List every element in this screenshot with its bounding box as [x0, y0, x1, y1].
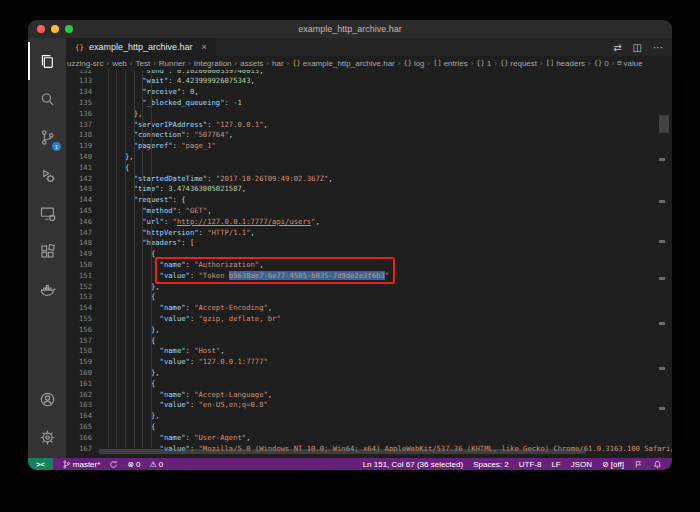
- breadcrumb-separator-icon: ›: [428, 59, 431, 68]
- open-changes-icon[interactable]: ⇄: [613, 42, 621, 53]
- line-number: 163: [66, 400, 92, 411]
- breadcrumb-item-example-http-archive-har[interactable]: {}example_http_archive.har: [292, 59, 395, 68]
- status-label: UTF-8: [519, 460, 542, 469]
- window-title: example_http_archive.har: [298, 24, 402, 34]
- breadcrumb-item-log[interactable]: {}log: [403, 59, 424, 68]
- line-number: 162: [66, 390, 92, 401]
- breadcrumb-label: 1: [487, 59, 491, 68]
- status-label: LF: [551, 460, 560, 469]
- status-screencast-off[interactable]: ⊘[off]: [602, 460, 624, 469]
- status-label: [off]: [611, 460, 624, 469]
- status-feedback[interactable]: [634, 460, 643, 469]
- indent-guide: [142, 70, 143, 448]
- horizontal-scrollbar[interactable]: [99, 449, 586, 454]
- breadcrumb-item-assets[interactable]: assets: [240, 59, 263, 68]
- line-number: 139: [66, 141, 92, 152]
- line-number: 137: [66, 120, 92, 131]
- breadcrumb-item-value[interactable]: ⊟value: [617, 59, 642, 68]
- breadcrumb-label: har: [272, 59, 284, 68]
- activity-remote-explorer-icon[interactable]: [28, 194, 66, 232]
- vscode-window: example_http_archive.har 1 {} example_ht…: [28, 20, 672, 470]
- overview-ruler-mark: [659, 367, 665, 370]
- vertical-scrollbar[interactable]: [659, 115, 669, 133]
- code-line-156: 156 },: [66, 325, 672, 336]
- code-line-153: 153 {: [66, 292, 672, 303]
- close-tab-icon[interactable]: ×: [202, 42, 207, 52]
- code-line-165: 165 {: [66, 422, 672, 433]
- bell-icon: [653, 460, 662, 469]
- activity-files-icon[interactable]: [28, 42, 66, 80]
- activity-search-icon[interactable]: [28, 80, 66, 118]
- code-line-134: 134 "receive": 0,: [66, 87, 672, 98]
- line-number: 166: [66, 433, 92, 444]
- breadcrumb-separator-icon: ›: [153, 59, 156, 68]
- breadcrumb-item-request[interactable]: {}request: [500, 59, 537, 68]
- code-line-140: 140 },: [66, 152, 672, 163]
- sync-icon: [109, 460, 118, 469]
- line-number: 167: [66, 444, 92, 453]
- json-file-icon: {}: [292, 59, 300, 67]
- activity-settings-gear-icon[interactable]: [28, 418, 66, 456]
- code-line-147: 147 "httpVersion": "HTTP/1.1",: [66, 228, 672, 239]
- status-sync[interactable]: [109, 460, 118, 469]
- symbol-icon: {}: [403, 59, 411, 67]
- status-bar: >< master*⊗0⚠0 Ln 151, Col 67 (36 select…: [28, 458, 672, 470]
- code-line-141: 141 {: [66, 163, 672, 174]
- line-number: 143: [66, 184, 92, 195]
- line-number: 148: [66, 238, 92, 249]
- overview-ruler-mark: [659, 240, 665, 243]
- status-encoding[interactable]: UTF-8: [519, 460, 542, 469]
- status-errors[interactable]: ⊗0: [127, 460, 140, 469]
- activity-extensions-icon[interactable]: [28, 232, 66, 270]
- breadcrumb-item-runner[interactable]: Runner: [159, 59, 185, 68]
- breadcrumb-item-0[interactable]: {}0: [594, 59, 609, 68]
- breadcrumb-item-web[interactable]: web: [112, 59, 127, 68]
- traffic-lights: [37, 25, 73, 33]
- status-warnings[interactable]: ⚠0: [149, 460, 163, 469]
- breadcrumb-item-1[interactable]: {}1: [476, 59, 491, 68]
- split-editor-icon[interactable]: ◫: [633, 42, 642, 53]
- activity-source-control-icon[interactable]: 1: [28, 118, 66, 156]
- code-line-143: 143 "time": 3.474363005021587,: [66, 184, 672, 195]
- breadcrumb-item-uzzing-src[interactable]: uzzing-src: [67, 59, 103, 68]
- line-number: 160: [66, 368, 92, 379]
- overview-ruler-mark: [659, 322, 665, 325]
- breadcrumb-label: example_http_archive.har: [303, 59, 395, 68]
- code-line-138: 138 "connection": "507764",: [66, 130, 672, 141]
- tab-example-http-archive[interactable]: {} example_http_archive.har ×: [66, 38, 216, 56]
- flag-icon: [634, 460, 643, 469]
- breadcrumb-item-integration[interactable]: Integration: [194, 59, 232, 68]
- breadcrumb-separator-icon: ›: [612, 59, 615, 68]
- code-line-158: 158 "name": "Host",: [66, 346, 672, 357]
- status-notifications[interactable]: [653, 460, 662, 469]
- highlight-annotation-box: [155, 257, 395, 284]
- breadcrumb-item-test[interactable]: Test: [135, 59, 150, 68]
- remote-indicator[interactable]: ><: [28, 458, 53, 470]
- overview-ruler-mark: [659, 277, 665, 280]
- breadcrumb-item-entries[interactable]: []entries: [433, 59, 467, 68]
- line-number: 150: [66, 260, 92, 271]
- status-cursor-position[interactable]: Ln 151, Col 67 (36 selected): [363, 460, 464, 469]
- zoom-window-button[interactable]: [65, 25, 73, 33]
- breadcrumb-separator-icon: ›: [588, 59, 591, 68]
- status-git-branch[interactable]: master*: [62, 460, 101, 469]
- minimize-window-button[interactable]: [51, 25, 59, 33]
- status-language-mode[interactable]: JSON: [571, 460, 592, 469]
- close-window-button[interactable]: [37, 25, 45, 33]
- breadcrumb-separator-icon: ›: [188, 59, 191, 68]
- line-number: 164: [66, 411, 92, 422]
- activity-docker-icon[interactable]: [28, 270, 66, 308]
- more-actions-icon[interactable]: ···: [653, 42, 663, 53]
- breadcrumb-separator-icon: ›: [130, 59, 133, 68]
- indent-guide: [108, 70, 109, 448]
- activity-run-debug-icon[interactable]: [28, 156, 66, 194]
- breadcrumb-item-headers[interactable]: []headers: [546, 59, 585, 68]
- status-label: 0: [136, 460, 140, 469]
- line-number: 153: [66, 292, 92, 303]
- activity-account-icon[interactable]: [28, 380, 66, 418]
- breadcrumb-label: request: [510, 59, 537, 68]
- status-eol[interactable]: LF: [551, 460, 560, 469]
- status-indentation[interactable]: Spaces: 2: [473, 460, 509, 469]
- breadcrumb-item-har[interactable]: har: [272, 59, 284, 68]
- code-line-148: 148 "headers": [: [66, 238, 672, 249]
